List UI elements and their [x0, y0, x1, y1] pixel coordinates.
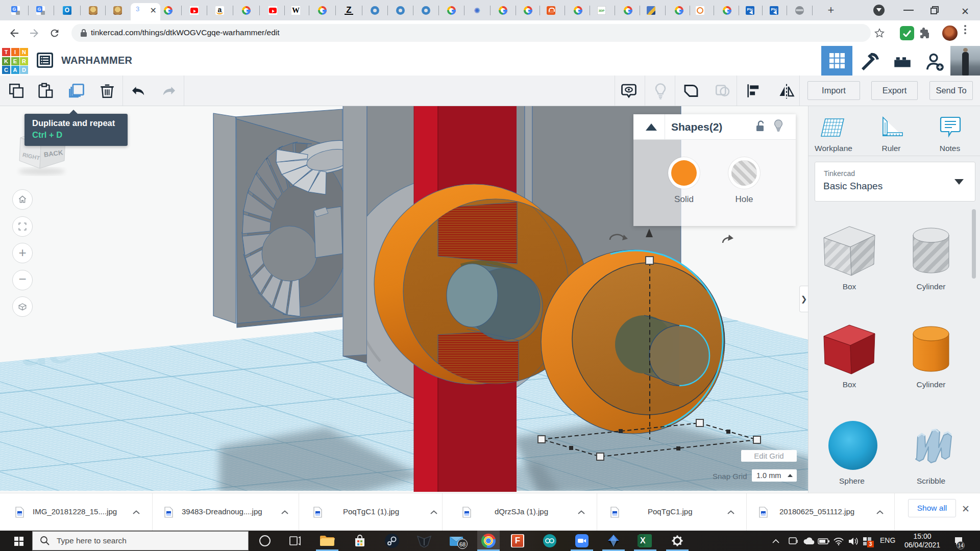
svg-text:ue: ue — [18, 337, 75, 372]
